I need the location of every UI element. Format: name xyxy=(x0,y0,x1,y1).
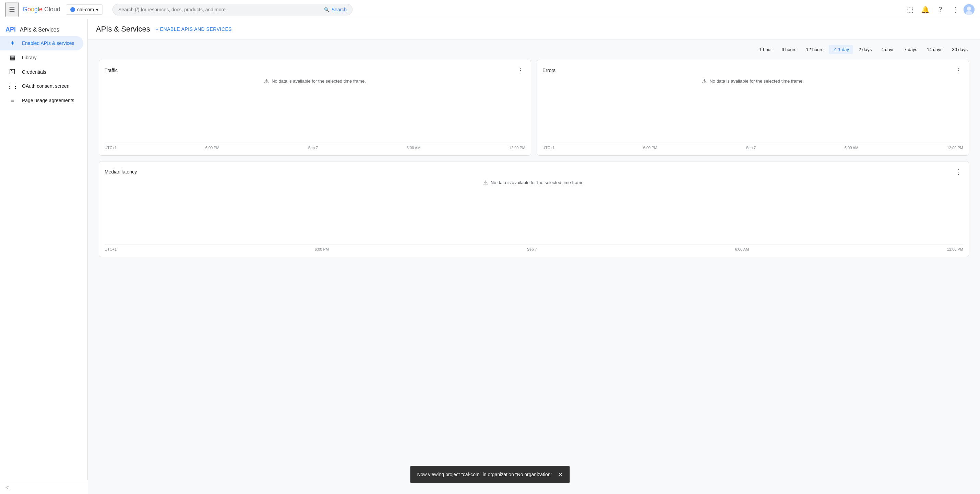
search-input[interactable] xyxy=(118,7,324,12)
logo-google-g: g xyxy=(34,6,38,13)
nav-icons: ⬚ 🔔 ? ⋮ xyxy=(903,3,975,16)
x-label: Sep 7 xyxy=(527,247,537,251)
project-dot xyxy=(70,7,75,12)
page-usage-label: Page usage agreements xyxy=(22,98,75,103)
credentials-icon: ⚿ xyxy=(8,68,16,75)
x-label: 6:00 PM xyxy=(643,146,657,150)
snackbar-close-btn[interactable]: ✕ xyxy=(558,471,563,478)
logo-google-o2: o xyxy=(31,6,34,13)
x-label: 12:00 PM xyxy=(509,146,525,150)
time-btn-1-day[interactable]: ✓ 1 day xyxy=(829,45,853,54)
x-label: 6:00 PM xyxy=(315,247,329,251)
chart-title-errors: Errors xyxy=(542,68,555,73)
x-label: 6:00 AM xyxy=(407,146,420,150)
project-selector[interactable]: cal-com ▾ xyxy=(66,5,103,15)
enable-apis-label: + ENABLE APIS AND SERVICES xyxy=(156,26,232,32)
google-cloud-logo[interactable]: Google Cloud xyxy=(22,6,60,13)
warning-icon-errors: ⚠ xyxy=(702,78,707,84)
layout: API APIs & Services ✦ Enabled APIs & ser… xyxy=(0,19,980,494)
chart-card-median-latency: Median latency ⋮ ⚠ No data is available … xyxy=(99,161,969,257)
page-title: APIs & Services xyxy=(96,25,150,33)
time-btn-30-days[interactable]: 30 days xyxy=(948,45,972,54)
x-label: 12:00 PM xyxy=(947,146,963,150)
logo-google-o: o xyxy=(27,6,31,13)
checkmark-icon: ✓ xyxy=(833,47,837,52)
logo-text: Google Cloud xyxy=(22,6,60,13)
time-btn-2-days[interactable]: 2 days xyxy=(854,45,876,54)
no-data-msg-errors: ⚠ No data is available for the selected … xyxy=(702,78,804,84)
page-usage-icon: ≡ xyxy=(8,97,16,104)
sidebar-nav: ✦ Enabled APIs & services ▦ Library ⚿ Cr… xyxy=(0,36,88,107)
collapse-icon: ◁ xyxy=(5,484,9,490)
charts-grid: Traffic ⋮ ⚠ No data is available for the… xyxy=(88,57,980,260)
time-btn-12-hours[interactable]: 12 hours xyxy=(802,45,828,54)
svg-point-1 xyxy=(967,6,971,11)
snackbar: Now viewing project "cal-com" in organiz… xyxy=(410,466,570,483)
x-label: UTC+1 xyxy=(542,146,554,150)
no-data-text-errors: No data is available for the selected ti… xyxy=(710,78,804,84)
more-options-btn[interactable]: ⋮ xyxy=(948,3,962,16)
chart-xaxis-traffic: UTC+16:00 PMSep 76:00 AM12:00 PM xyxy=(105,143,525,150)
chart-xaxis-median-latency: UTC+16:00 PMSep 76:00 AM12:00 PM xyxy=(105,244,963,251)
sidebar-item-enabled-apis[interactable]: ✦ Enabled APIs & services xyxy=(0,36,83,51)
sidebar-item-credentials[interactable]: ⚿ Credentials xyxy=(0,65,83,79)
logo-google-e: e xyxy=(39,6,43,13)
sidebar-item-library[interactable]: ▦ Library xyxy=(0,51,83,65)
search-button[interactable]: 🔍 Search xyxy=(324,7,347,12)
time-btn-7-days[interactable]: 7 days xyxy=(900,45,921,54)
sidebar: API APIs & Services ✦ Enabled APIs & ser… xyxy=(0,19,88,494)
page-header: APIs & Services + ENABLE APIS AND SERVIC… xyxy=(88,19,980,40)
no-data-msg-traffic: ⚠ No data is available for the selected … xyxy=(264,78,366,84)
x-label: 6:00 AM xyxy=(845,146,858,150)
chart-card-traffic: Traffic ⋮ ⚠ No data is available for the… xyxy=(99,60,531,156)
x-label: UTC+1 xyxy=(105,247,116,251)
snackbar-text: Now viewing project "cal-com" in organiz… xyxy=(417,472,552,477)
avatar-image xyxy=(964,4,975,15)
warning-icon-traffic: ⚠ xyxy=(264,78,269,84)
x-label: Sep 7 xyxy=(746,146,756,150)
chart-body-traffic: ⚠ No data is available for the selected … xyxy=(105,78,525,150)
logo-google: G xyxy=(22,6,27,13)
sidebar-header: API APIs & Services xyxy=(0,22,88,36)
time-range-bar: 1 hour6 hours12 hours✓ 1 day2 days4 days… xyxy=(88,40,980,57)
chart-header-median-latency: Median latency ⋮ xyxy=(105,167,963,176)
terminal-icon-btn[interactable]: ⬚ xyxy=(903,3,917,16)
x-label: Sep 7 xyxy=(308,146,318,150)
chart-body-median-latency: ⚠ No data is available for the selected … xyxy=(105,179,963,251)
avatar[interactable] xyxy=(964,4,975,15)
dropdown-icon: ▾ xyxy=(96,7,99,12)
chart-menu-btn-median-latency[interactable]: ⋮ xyxy=(954,167,963,176)
oauth-consent-icon: ⋮⋮ xyxy=(8,82,16,90)
x-label: 6:00 PM xyxy=(205,146,220,150)
more-vertical-icon: ⋮ xyxy=(952,5,959,14)
chart-header-traffic: Traffic ⋮ xyxy=(105,65,525,75)
chart-menu-btn-errors[interactable]: ⋮ xyxy=(954,65,963,75)
enable-apis-button[interactable]: + ENABLE APIS AND SERVICES xyxy=(156,26,232,32)
chart-title-median-latency: Median latency xyxy=(105,169,137,175)
time-btn-1-hour[interactable]: 1 hour xyxy=(755,45,776,54)
sidebar-item-page-usage[interactable]: ≡ Page usage agreements xyxy=(0,93,83,107)
api-icon: API xyxy=(5,26,16,33)
project-name: cal-com xyxy=(77,7,94,12)
time-btn-14-days[interactable]: 14 days xyxy=(923,45,947,54)
sidebar-collapse-btn[interactable]: ◁ xyxy=(0,480,88,494)
time-btn-6-hours[interactable]: 6 hours xyxy=(777,45,800,54)
help-icon: ? xyxy=(938,5,942,13)
notifications-btn[interactable]: 🔔 xyxy=(918,3,932,16)
library-icon: ▦ xyxy=(8,54,16,61)
help-btn[interactable]: ? xyxy=(933,3,947,16)
search-bar: 🔍 Search xyxy=(113,4,353,16)
chart-menu-btn-traffic[interactable]: ⋮ xyxy=(516,65,525,75)
library-label: Library xyxy=(22,55,37,60)
chart-body-errors: ⚠ No data is available for the selected … xyxy=(542,78,963,150)
main-content: APIs & Services + ENABLE APIS AND SERVIC… xyxy=(88,19,980,494)
terminal-icon: ⬚ xyxy=(907,5,913,14)
x-label: UTC+1 xyxy=(105,146,116,150)
menu-icon[interactable]: ☰ xyxy=(5,2,19,17)
chart-header-errors: Errors ⋮ xyxy=(542,65,963,75)
chart-xaxis-errors: UTC+16:00 PMSep 76:00 AM12:00 PM xyxy=(542,143,963,150)
x-label: 6:00 AM xyxy=(735,247,749,251)
sidebar-item-oauth-consent[interactable]: ⋮⋮ OAuth consent screen xyxy=(0,79,83,93)
top-nav: ☰ Google Cloud cal-com ▾ 🔍 Search ⬚ 🔔 ? … xyxy=(0,0,980,19)
time-btn-4-days[interactable]: 4 days xyxy=(877,45,898,54)
